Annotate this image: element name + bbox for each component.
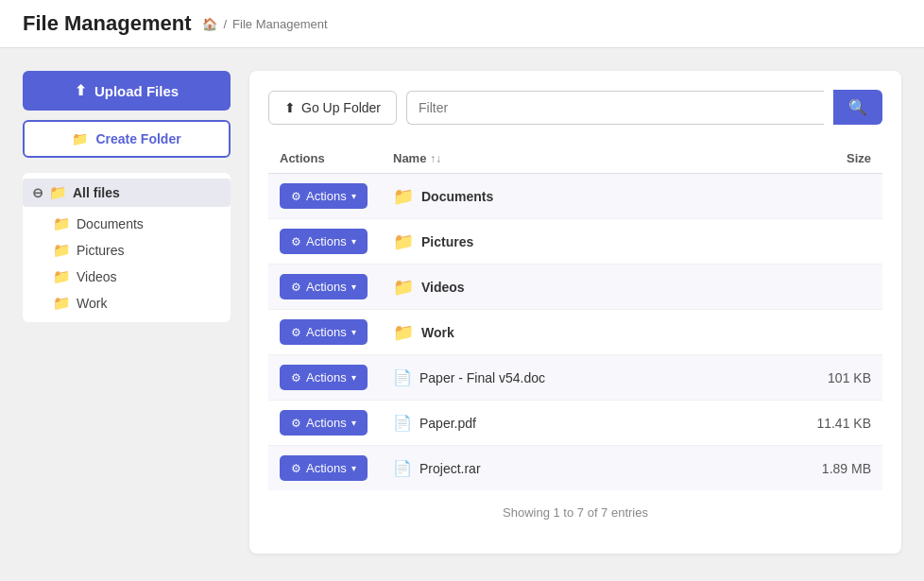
tree-child-label: Pictures xyxy=(77,243,125,258)
table-row: ⚙Actions▾📁Work xyxy=(268,310,882,355)
col-name[interactable]: Name ↑↓ xyxy=(382,144,788,174)
name-cell: 📄Paper.pdf xyxy=(382,401,788,446)
actions-button[interactable]: ⚙Actions▾ xyxy=(280,229,368,254)
folder-icon: 📁 xyxy=(53,268,71,285)
actions-cell: ⚙Actions▾ xyxy=(268,310,382,355)
folder-icon: 📁 xyxy=(53,215,71,232)
name-cell: 📁Documents xyxy=(382,174,788,219)
folder-icon: 📁 xyxy=(53,295,71,312)
table-row: ⚙Actions▾📁Videos xyxy=(268,265,882,310)
actions-cell: ⚙Actions▾ xyxy=(268,265,382,310)
tree-child-videos[interactable]: 📁 Videos xyxy=(49,264,231,290)
caret-icon: ▾ xyxy=(351,282,356,292)
root-folder-icon: 📁 xyxy=(49,184,67,201)
collapse-icon: ⊖ xyxy=(32,185,43,200)
table-row: ⚙Actions▾📁Documents xyxy=(268,174,882,219)
actions-cell: ⚙Actions▾ xyxy=(268,446,382,491)
tree-children: 📁 Documents 📁 Pictures 📁 Videos 📁 Work xyxy=(23,207,231,316)
size-cell xyxy=(788,219,882,265)
actions-button[interactable]: ⚙Actions▾ xyxy=(280,319,368,345)
size-cell: 101 KB xyxy=(788,355,882,401)
name-cell: 📄Paper - Final v54.doc xyxy=(382,355,788,401)
go-up-icon: ⬆ xyxy=(284,100,296,115)
name-cell: 📁Work xyxy=(382,310,788,355)
tree-root-label: All files xyxy=(73,185,120,200)
home-icon: 🏠 xyxy=(202,17,217,31)
caret-icon: ▾ xyxy=(351,418,356,428)
table-row: ⚙Actions▾📄Project.rar1.89 MB xyxy=(268,446,882,491)
tree-child-documents[interactable]: 📁 Documents xyxy=(49,211,231,237)
tree-child-label: Documents xyxy=(77,216,144,231)
create-folder-button[interactable]: 📁 Create Folder xyxy=(23,120,231,158)
gear-icon: ⚙ xyxy=(291,417,301,430)
tree-child-label: Work xyxy=(77,296,107,311)
size-cell xyxy=(788,310,882,355)
actions-button[interactable]: ⚙Actions▾ xyxy=(280,455,368,481)
caret-icon: ▾ xyxy=(351,372,356,383)
actions-button[interactable]: ⚙Actions▾ xyxy=(280,274,368,299)
item-label: Work xyxy=(421,325,454,340)
caret-icon: ▾ xyxy=(351,236,356,247)
item-label: Project.rar xyxy=(419,461,481,476)
name-cell: 📄Project.rar xyxy=(382,446,788,491)
folder-icon: 📁 xyxy=(393,231,414,252)
tree-child-label: Videos xyxy=(77,269,117,284)
actions-button[interactable]: ⚙Actions▾ xyxy=(280,183,368,209)
file-icon: 📄 xyxy=(393,459,412,477)
right-panel: ⬆ Go Up Folder 🔍 Actions Name ↑↓ Size xyxy=(249,71,901,554)
search-button[interactable]: 🔍 xyxy=(833,90,882,125)
actions-button[interactable]: ⚙Actions▾ xyxy=(280,410,368,436)
gear-icon: ⚙ xyxy=(291,281,301,294)
col-actions: Actions xyxy=(268,144,382,174)
main-content: ⬆ Upload Files 📁 Create Folder ⊖ 📁 All f… xyxy=(0,48,924,576)
caret-icon: ▾ xyxy=(351,463,356,473)
gear-icon: ⚙ xyxy=(291,190,301,203)
size-cell xyxy=(788,174,882,219)
file-tree: ⊖ 📁 All files 📁 Documents 📁 Pictures 📁 V… xyxy=(23,173,231,322)
gear-icon: ⚙ xyxy=(291,371,301,384)
caret-icon: ▾ xyxy=(351,191,356,201)
table-row: ⚙Actions▾📁Pictures xyxy=(268,219,882,265)
actions-cell: ⚙Actions▾ xyxy=(268,174,382,219)
toolbar: ⬆ Go Up Folder 🔍 xyxy=(268,90,882,125)
sort-arrows-icon: ↑↓ xyxy=(430,152,441,165)
tree-child-work[interactable]: 📁 Work xyxy=(49,290,231,316)
folder-icon: 📁 xyxy=(393,186,414,207)
top-bar: File Management 🏠 / File Management xyxy=(0,0,924,48)
tree-child-pictures[interactable]: 📁 Pictures xyxy=(49,237,231,264)
item-label: Paper.pdf xyxy=(419,416,476,431)
breadcrumb-separator: / xyxy=(223,17,227,31)
gear-icon: ⚙ xyxy=(291,462,301,475)
folder-icon: 📁 xyxy=(393,277,414,298)
table-row: ⚙Actions▾📄Paper - Final v54.doc101 KB xyxy=(268,355,882,401)
size-cell: 1.89 MB xyxy=(788,446,882,491)
folder-add-icon: 📁 xyxy=(72,131,88,146)
table-row: ⚙Actions▾📄Paper.pdf11.41 KB xyxy=(268,401,882,446)
go-up-folder-button[interactable]: ⬆ Go Up Folder xyxy=(268,91,397,125)
breadcrumb-page: File Management xyxy=(232,17,327,31)
sidebar: ⬆ Upload Files 📁 Create Folder ⊖ 📁 All f… xyxy=(23,71,231,554)
item-label: Videos xyxy=(421,280,465,295)
item-label: Pictures xyxy=(421,234,473,249)
gear-icon: ⚙ xyxy=(291,235,301,248)
folder-icon: 📁 xyxy=(53,242,71,259)
item-label: Documents xyxy=(421,189,493,204)
name-cell: 📁Pictures xyxy=(382,219,788,265)
caret-icon: ▾ xyxy=(351,327,356,337)
item-label: Paper - Final v54.doc xyxy=(419,370,545,385)
name-cell: 📁Videos xyxy=(382,265,788,310)
folder-icon: 📁 xyxy=(393,322,414,343)
table-footer: Showing 1 to 7 of 7 entries xyxy=(268,505,882,520)
actions-cell: ⚙Actions▾ xyxy=(268,401,382,446)
file-table: Actions Name ↑↓ Size ⚙Actions▾📁Documents… xyxy=(268,144,882,490)
file-icon: 📄 xyxy=(393,368,412,386)
search-icon: 🔍 xyxy=(848,99,867,115)
upload-icon: ⬆ xyxy=(75,82,87,99)
actions-button[interactable]: ⚙Actions▾ xyxy=(280,365,368,390)
upload-files-button[interactable]: ⬆ Upload Files xyxy=(23,71,231,111)
col-size: Size xyxy=(788,144,882,174)
page-title: File Management xyxy=(23,11,191,36)
tree-root-item[interactable]: ⊖ 📁 All files xyxy=(23,179,231,207)
actions-cell: ⚙Actions▾ xyxy=(268,219,382,265)
filter-input[interactable] xyxy=(406,91,824,125)
